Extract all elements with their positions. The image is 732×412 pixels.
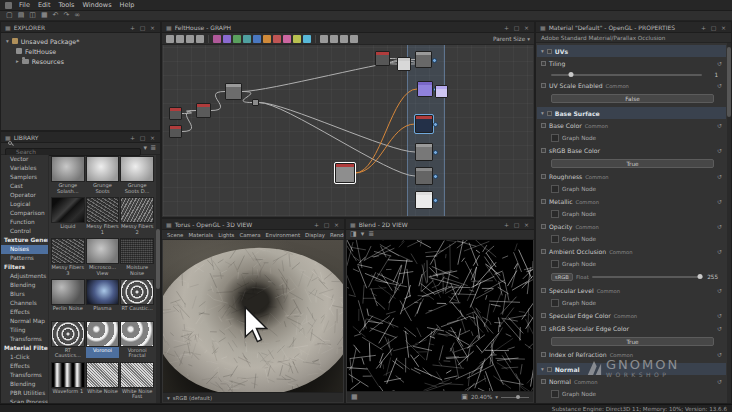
properties-section-base-surface[interactable]: ▾Base Surface [537,107,726,119]
section-checkbox[interactable] [547,49,552,54]
expose-checkbox[interactable] [541,224,546,229]
graph-tool-icon-3[interactable] [196,35,204,43]
toggle-button[interactable]: True [551,159,714,168]
tab-renderer[interactable]: Renderer [330,232,344,238]
save-all-icon[interactable]: ▦ [41,12,48,19]
graph-tool-icon-2[interactable] [186,35,194,43]
zoom-slider[interactable] [501,397,529,398]
properties-scrollbar[interactable] [727,43,731,403]
reset-icon[interactable]: ↺ [717,223,722,230]
slider-handle[interactable] [697,274,702,279]
tab-materials[interactable]: Materials [188,232,213,238]
reset-icon[interactable]: ↺ [717,60,722,67]
node-output-connector[interactable] [433,122,438,127]
new-file-icon[interactable]: ▢ [6,12,13,19]
library-category-channels[interactable]: Channels [1,299,48,308]
slider-track[interactable] [592,276,703,278]
library-item-waveform-1[interactable]: Waveform 1 [51,362,85,402]
graph-tool-icon-4[interactable] [213,35,221,43]
graph-wire[interactable] [355,89,417,173]
dropdown-icon[interactable]: ▾ [361,231,365,238]
section-checkbox[interactable] [547,111,552,116]
library-category-blending[interactable]: Blending [1,281,48,290]
scrollbar-thumb[interactable] [156,229,160,289]
graph-tool-icon-0[interactable] [166,35,174,43]
library-item-perlin-noise[interactable]: Perlin Noise [51,279,85,319]
library-category-samplers[interactable]: Samplers [1,173,48,182]
tab-display[interactable]: Display [305,232,325,238]
expose-checkbox[interactable] [541,123,546,128]
library-category-pbr-utilities[interactable]: PBR Utilities [1,389,48,398]
library-category-vector[interactable]: Vector [1,155,48,164]
close-icon[interactable]: × [523,221,530,228]
library-category-1-click[interactable]: 1-Click [1,353,48,362]
library-item-messy-fibers-2[interactable]: Messy Fibers 2 [120,197,154,237]
colorspace-label[interactable]: sRGB (default) [173,395,212,401]
graph-tool-icon-6[interactable] [233,35,241,43]
tree-item-felthouse[interactable]: FeltHouse [3,46,158,56]
graph-tool-icon-11[interactable] [283,35,291,43]
float-icon[interactable]: ▢ [513,24,520,31]
parent-size-dropdown[interactable]: Parent Size ▾ [493,36,530,42]
graph-tool-icon-1[interactable] [176,35,184,43]
library-item-plasma[interactable]: Plasma [86,279,120,319]
graph-tool-icon-17[interactable] [350,35,358,43]
expose-checkbox[interactable] [541,83,546,88]
graph-node-13[interactable] [415,167,433,185]
graph-node-5[interactable] [335,163,355,183]
pin-icon[interactable]: + [503,221,510,228]
reset-icon[interactable]: ↺ [717,312,722,319]
close-icon[interactable]: × [149,24,156,31]
library-category-blending[interactable]: Blending [1,380,48,389]
graph-tool-icon-5[interactable] [223,35,231,43]
graph-tool-icon-16[interactable] [340,35,348,43]
slider-track[interactable] [551,74,702,76]
library-category-patterns[interactable]: Patterns [1,254,48,263]
expose-checkbox[interactable] [541,288,546,293]
graph-node-7[interactable] [397,57,411,71]
library-item-voronoi-fractal[interactable]: Voronoi Fractal [120,321,154,361]
menu-file[interactable]: File [19,1,30,9]
zoom-level[interactable]: 20.40% [471,394,492,400]
chevron-down-icon[interactable]: ▾ [167,395,170,401]
grid-icon[interactable]: ▦ [351,394,358,401]
graph-tool-icon-9[interactable] [263,35,271,43]
library-category-noises[interactable]: Noises [1,245,48,254]
graph-tool-icon-12[interactable] [293,35,301,43]
library-category-tiling[interactable]: Tiling [1,326,48,335]
menu-windows[interactable]: Windows [83,1,112,9]
reset-icon[interactable]: ↺ [717,248,722,255]
reset-icon[interactable]: ↺ [717,351,722,358]
reset-icon[interactable]: ↺ [717,198,722,205]
menu-help[interactable]: Help [120,1,135,9]
fit-view-icon[interactable]: ▣ [461,394,468,401]
float-icon[interactable]: ▢ [513,221,520,228]
library-category-cast[interactable]: Cast [1,182,48,191]
zoom-slider-handle[interactable] [516,395,520,399]
graph-tool-icon-10[interactable] [273,35,281,43]
chevron-down-icon[interactable]: ▾ [495,394,498,400]
library-item-voronoi[interactable]: Voronoi [86,321,120,361]
expose-checkbox[interactable] [541,313,546,318]
graph-node-2[interactable] [196,103,211,118]
graph-node-9[interactable] [417,81,433,97]
library-item-messy-fibers-1[interactable]: Messy Fibers 1 [86,197,120,237]
expose-checkbox[interactable] [541,174,546,179]
library-item-rt-caustics[interactable]: RT Caustics... [51,321,85,361]
graph-tool-icon-15[interactable] [330,35,338,43]
reset-icon[interactable]: ↺ [717,122,722,129]
expose-checkbox[interactable] [541,352,546,357]
graph-node-12[interactable] [415,143,433,161]
library-item-grunge-spots-d[interactable]: Grunge Spots D... [120,156,154,196]
close-icon[interactable]: × [720,24,727,31]
library-category-operator[interactable]: Operator [1,191,48,200]
expose-checkbox[interactable] [541,326,546,331]
library-category-function[interactable]: Function [1,218,48,227]
close-icon[interactable]: × [523,24,530,31]
library-item-messy-fibers-3[interactable]: Messy Fibers 3 [51,238,85,278]
library-category-adjustments[interactable]: Adjustments [1,272,48,281]
reset-icon[interactable]: ↺ [717,173,722,180]
reset-icon[interactable]: ↺ [717,287,722,294]
library-category-transforms[interactable]: Transforms [1,371,48,380]
library-item-microsco-view[interactable]: Microsco... View [86,238,120,278]
